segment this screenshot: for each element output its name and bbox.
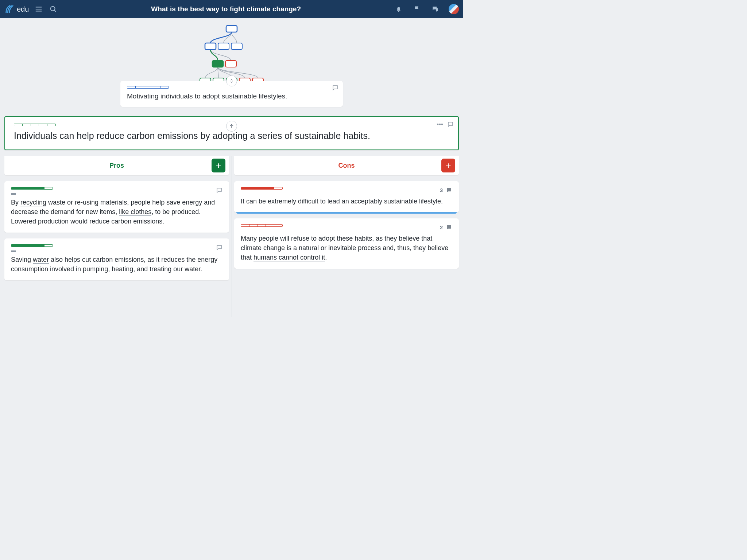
svg-point-13: [437, 124, 438, 125]
logo-mark-icon: [4, 4, 15, 14]
svg-point-15: [441, 124, 442, 125]
svg-rect-6: [225, 61, 236, 67]
cons-label: Cons: [240, 162, 453, 170]
go-to-parent-button[interactable]: [226, 121, 237, 132]
svg-rect-2: [205, 43, 216, 50]
parent-claim-text: Motivating individuals to adopt sustaina…: [127, 92, 336, 100]
brand-logo[interactable]: edu: [4, 4, 29, 14]
svg-point-0: [51, 7, 55, 11]
argument-tree[interactable]: [0, 18, 463, 81]
add-con-button[interactable]: +: [441, 159, 455, 172]
veracity-bar: [241, 187, 283, 190]
expand-collapse-button[interactable]: [226, 75, 237, 86]
column-divider: [232, 156, 232, 317]
app-header: edu What is the best way to fight climat…: [0, 0, 463, 18]
cons-header: Cons +: [234, 156, 459, 175]
comment-count: 2: [440, 225, 443, 230]
veracity-bar: [11, 187, 53, 190]
pros-header: Pros +: [4, 156, 229, 175]
page-title: What is the best way to fight climate ch…: [63, 5, 389, 13]
argument-text: It can be extremely difficult to lead an…: [241, 197, 452, 206]
comment-count: 3: [440, 187, 443, 193]
add-pro-button[interactable]: +: [212, 159, 225, 172]
svg-rect-12: [212, 61, 223, 67]
svg-rect-11: [252, 78, 263, 81]
comment-icon[interactable]: [216, 244, 222, 251]
pros-label: Pros: [10, 162, 223, 170]
argument-card[interactable]: 3 It can be extremely difficult to lead …: [234, 181, 459, 213]
veracity-bar: [241, 224, 283, 227]
brand-text: edu: [17, 5, 29, 13]
svg-rect-10: [239, 78, 250, 81]
bell-icon[interactable]: [394, 4, 403, 14]
argument-card[interactable]: Saving water also helps cut carbon emiss…: [4, 238, 229, 280]
svg-rect-3: [218, 43, 229, 50]
svg-rect-1: [226, 26, 237, 32]
pros-cons-columns: Pros + By recycling waste or re-using ma…: [4, 150, 459, 280]
comment-icon[interactable]: 3: [440, 187, 452, 194]
tree-diagram-svg: [175, 23, 288, 81]
comment-icon[interactable]: [447, 121, 454, 128]
argument-card[interactable]: 2 Many people will refuse to adopt these…: [234, 218, 459, 269]
cons-column: Cons + 3 It can be extremely difficult t…: [234, 150, 459, 280]
flag-icon[interactable]: [412, 4, 422, 14]
secondary-bar: [11, 193, 16, 195]
more-icon[interactable]: [436, 121, 444, 128]
svg-rect-4: [231, 43, 242, 50]
comment-icon[interactable]: [216, 187, 222, 194]
comment-icon[interactable]: 2: [440, 224, 452, 231]
argument-text: Many people will refuse to adopt these h…: [241, 234, 452, 262]
pros-column: Pros + By recycling waste or re-using ma…: [4, 150, 229, 280]
argument-text: By recycling waste or re-using materials…: [11, 198, 222, 226]
veracity-bar: [14, 124, 56, 126]
veracity-bar: [11, 244, 53, 247]
menu-icon[interactable]: [34, 4, 43, 14]
veracity-bar: [127, 86, 169, 89]
argument-card[interactable]: By recycling waste or re-using materials…: [4, 181, 229, 233]
svg-point-14: [440, 124, 441, 125]
svg-rect-8: [213, 78, 224, 81]
secondary-bar: [11, 250, 16, 252]
svg-rect-7: [200, 78, 211, 81]
search-icon[interactable]: [49, 4, 58, 14]
avatar[interactable]: [449, 4, 459, 14]
argument-text: Saving water also helps cut carbon emiss…: [11, 255, 222, 274]
main-claim-text: Individuals can help reduce carbon emiss…: [14, 130, 449, 142]
comment-icon[interactable]: [332, 85, 338, 91]
chat-icon[interactable]: [430, 4, 440, 14]
